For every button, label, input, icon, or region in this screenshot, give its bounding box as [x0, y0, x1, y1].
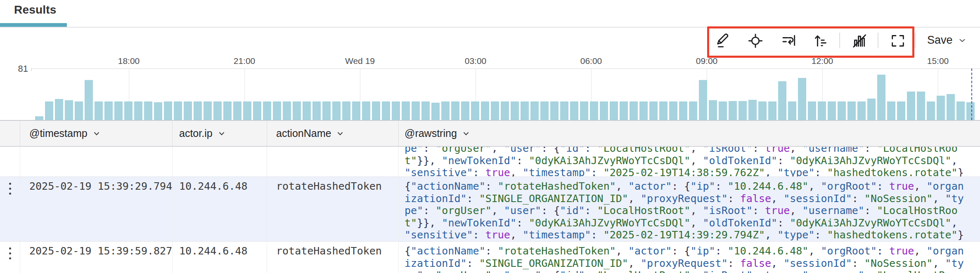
histogram-bar — [362, 101, 370, 120]
table-row[interactable]: 2025-02-19 15:39:29.79410.244.6.48rotate… — [0, 177, 980, 242]
action-name-cell: rotateHashedToken — [267, 177, 398, 241]
histogram-bar — [382, 101, 390, 120]
histogram-bar — [719, 101, 727, 120]
histogram-bar — [213, 101, 222, 120]
column-header-action-name[interactable]: actionName — [267, 121, 398, 146]
y-gridline — [31, 68, 980, 69]
histogram-bar — [610, 101, 618, 120]
histogram-bar — [877, 75, 885, 120]
column-header-label: @timestamp — [29, 127, 88, 139]
column-header-actor-ip[interactable]: actor.ip — [172, 121, 267, 146]
histogram-bar — [679, 101, 687, 120]
histogram-bar — [798, 78, 806, 120]
histogram-bar — [739, 101, 747, 120]
histogram-bar — [293, 101, 301, 120]
histogram-bar — [540, 101, 549, 120]
histogram-bar — [828, 101, 836, 120]
y-axis-tick — [31, 68, 32, 71]
histogram-bar — [887, 101, 895, 120]
chevron-down-icon — [92, 129, 101, 138]
rawstring-json: {"actionName": "rotateHashedToken", "act… — [405, 180, 970, 241]
table-row[interactable]: {"actionName": "rotateHashedToken", "act… — [0, 147, 980, 177]
toolbar-divider — [839, 33, 840, 48]
histogram-bar — [550, 101, 559, 120]
crosshair-icon[interactable] — [746, 32, 765, 50]
rawstring-cell: {"actionName": "rotateHashedToken", "act… — [398, 242, 980, 273]
histogram-bar — [342, 101, 350, 120]
histogram-bar — [818, 101, 826, 120]
toolbar-divider — [915, 33, 916, 48]
actor-ip-cell: 10.244.6.48 — [172, 177, 267, 241]
histogram-bar — [729, 101, 737, 120]
save-button-label: Save — [927, 34, 953, 47]
histogram-bar — [75, 101, 83, 120]
chevron-down-icon — [462, 129, 470, 138]
histogram-bar — [263, 101, 271, 120]
histogram-bar — [164, 101, 172, 120]
chevron-down-icon — [958, 36, 967, 45]
histogram-bar — [303, 101, 311, 120]
histogram-bar — [570, 101, 578, 120]
histogram-bar — [788, 101, 796, 120]
histogram-bar — [184, 101, 192, 120]
kebab-menu-icon[interactable] — [4, 182, 16, 206]
toggle-histogram-icon[interactable] — [850, 32, 869, 50]
histogram-bar — [501, 101, 509, 120]
histogram-bar — [154, 102, 162, 120]
fullscreen-icon[interactable] — [889, 32, 907, 50]
histogram-bar — [332, 101, 341, 120]
histogram-bar — [322, 101, 331, 120]
histogram-bar — [312, 101, 321, 120]
column-header-rawstring[interactable]: @rawstring — [398, 121, 980, 146]
histogram-bar — [689, 101, 697, 120]
histogram-bar — [431, 103, 440, 120]
histogram-bar — [114, 101, 123, 120]
histogram-bar — [580, 101, 588, 120]
histogram-bar — [392, 101, 400, 120]
histogram-bar — [35, 116, 43, 120]
histogram-bar — [134, 101, 142, 120]
histogram-bar — [421, 101, 430, 120]
annotation-highlight-box — [707, 26, 914, 58]
histogram-bar — [283, 101, 291, 120]
histogram-bar — [530, 101, 539, 120]
rawstring-json: {"actionName": "rotateHashedToken", "act… — [405, 147, 970, 177]
chart-toolbar: Save — [0, 0, 980, 60]
histogram-bar — [144, 101, 152, 120]
histogram-bar — [461, 101, 469, 120]
edit-icon[interactable] — [714, 32, 732, 50]
kebab-menu-icon[interactable] — [4, 247, 16, 271]
histogram-bar — [273, 101, 281, 120]
histogram-bar — [649, 101, 658, 120]
action-name-cell: rotateHashedToken — [267, 242, 398, 273]
histogram-bar — [253, 101, 261, 120]
histogram-bar — [630, 101, 638, 120]
column-header-timestamp[interactable]: @timestamp — [20, 121, 172, 146]
histogram-bar — [243, 101, 251, 120]
column-header-label: @rawstring — [405, 127, 457, 139]
histogram-bar — [927, 101, 935, 120]
histogram-bar — [867, 99, 876, 120]
actor-ip-cell — [172, 147, 267, 177]
histogram-bar — [233, 101, 241, 120]
wrap-lines-icon[interactable] — [780, 32, 798, 50]
event-histogram[interactable]: 81 18:0021:00Wed 1903:0006:0009:0012:001… — [0, 54, 980, 121]
y-axis-max-tick: 81 — [6, 64, 28, 74]
histogram-bar — [352, 101, 360, 120]
histogram-bar — [441, 101, 450, 120]
histogram-bar — [808, 101, 816, 120]
histogram-bar — [966, 102, 975, 120]
table-row[interactable]: 2025-02-19 15:39:59.82710.244.6.48rotate… — [0, 242, 980, 273]
histogram-bar — [65, 100, 73, 120]
column-header-label: actor.ip — [179, 127, 213, 139]
sort-ascending-icon[interactable] — [812, 32, 830, 50]
histogram-bar — [897, 101, 905, 120]
histogram-bar — [560, 101, 568, 120]
histogram-bar — [669, 101, 677, 120]
save-button[interactable]: Save — [927, 34, 967, 47]
results-table: @timestamp actor.ip actionName @rawstrin… — [0, 121, 980, 273]
histogram-bar — [124, 101, 133, 120]
histogram-bar — [907, 92, 915, 120]
histogram-bar — [956, 101, 965, 120]
histogram-bar — [104, 101, 113, 120]
